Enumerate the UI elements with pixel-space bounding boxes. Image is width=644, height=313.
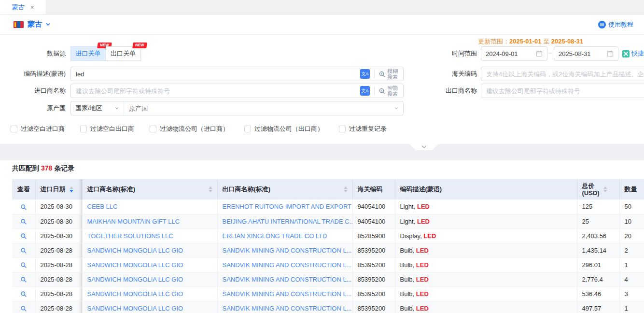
header-importer[interactable]: 进口商名称(标准)	[82, 179, 217, 199]
exporter-link[interactable]: ERENHOT RUITONG IMPORT AND EXPORT ...	[223, 203, 353, 210]
filter-checkbox-row: 过滤空白进口商 过滤空白出口商 过滤物流公司（进口商） 过滤物流公司（出口商） …	[11, 125, 387, 133]
exporter-input[interactable]	[481, 84, 644, 98]
checkbox[interactable]	[80, 126, 87, 132]
smart-search-button[interactable]: 智能搜索	[378, 85, 403, 97]
exporter-link[interactable]: SANDVIK MINING AND CONSTRUCTION L...	[223, 305, 352, 312]
view-record-button[interactable]	[20, 218, 27, 225]
exporter-link[interactable]: SANDVIK MINING AND CONSTRUCTION L...	[223, 247, 352, 254]
result-count-line: 共匹配到378条记录	[12, 164, 644, 173]
checkbox[interactable]	[11, 126, 17, 132]
magnifier-icon	[20, 247, 27, 254]
importer-link[interactable]: CEEB LLC	[87, 203, 118, 210]
code-desc-input[interactable]	[71, 71, 360, 78]
origin-type-select[interactable]: 国家/地区	[71, 101, 124, 115]
translate-icon[interactable]: 文A	[360, 69, 370, 79]
browser-tab-bar: 蒙古 ×	[0, 0, 644, 14]
exporter-link[interactable]: BEIJING AHATU INTERNATIONAL TRADE C...	[223, 218, 353, 225]
import-date-cell: 2025-08-28	[35, 272, 82, 286]
import-date-cell: 2025-08-28	[35, 243, 82, 257]
date-from-input[interactable]: 2024-09-01	[481, 46, 547, 61]
chevron-down-icon[interactable]	[45, 22, 51, 27]
origin-country-input[interactable]	[124, 105, 394, 112]
view-record-button[interactable]	[20, 204, 27, 211]
checkbox[interactable]	[244, 126, 251, 132]
sort-icon[interactable]	[70, 186, 73, 192]
date-range-separator: –	[548, 46, 552, 61]
checkbox-filter-blank-importer[interactable]: 过滤空白进口商	[11, 125, 65, 133]
view-record-button[interactable]	[20, 262, 27, 269]
close-icon[interactable]: ×	[30, 4, 34, 11]
browser-tab-mongolia[interactable]: 蒙古 ×	[0, 0, 46, 14]
hs-code-cell: 85285900	[352, 228, 395, 243]
fuzzy-search-button[interactable]: 模糊搜索	[378, 68, 403, 80]
hs-code-input[interactable]	[481, 67, 644, 81]
exporter-link[interactable]: SANDVIK MINING AND CONSTRUCTION L...	[223, 261, 352, 269]
chevron-down-icon[interactable]	[394, 106, 403, 111]
table-row: 2025-08-30 CEEB LLC ERENHOT RUITONG IMPO…	[12, 199, 644, 214]
checkbox[interactable]	[339, 126, 346, 132]
translate-icon[interactable]: 文A	[360, 86, 370, 96]
header-total-usd[interactable]: 总价(USD)	[577, 179, 619, 199]
tutorial-link[interactable]: 使用教程	[598, 20, 633, 29]
header-import-date[interactable]: 进口日期	[35, 179, 82, 199]
magnifier-icon	[20, 233, 27, 240]
view-record-button[interactable]	[20, 276, 27, 283]
description-cell: Light, LED	[395, 199, 577, 214]
quick-select-button[interactable]: 快捷	[622, 46, 644, 61]
hs-code-cell: 85395200	[352, 286, 395, 301]
collapse-panel-handle[interactable]	[408, 143, 439, 150]
tab-import-declarations[interactable]: 进口关单 NEW	[70, 46, 106, 61]
description-cell: Bulb, LED	[395, 272, 577, 286]
importer-link[interactable]: MAIKHAN MOUNTAIN GIFT LLC	[87, 218, 180, 225]
datasource-tabs: 进口关单 NEW 出口关单 NEW	[70, 46, 141, 61]
checkbox-filter-logistics-exporter[interactable]: 过滤物流公司（出口商）	[244, 125, 323, 133]
date-to-input[interactable]: 2025-08-31	[554, 46, 618, 61]
sort-icon[interactable]	[603, 186, 607, 192]
book-icon	[598, 21, 606, 28]
description-cell: Bulb, LED	[395, 243, 577, 257]
view-record-button[interactable]	[20, 247, 27, 254]
calendar-icon	[536, 50, 543, 57]
table-row: 2025-08-28 SANDWICH MONGOLIA LLC GIO SAN…	[12, 301, 644, 313]
checkbox[interactable]	[150, 126, 156, 132]
hs-code-label: 海关编码	[425, 67, 477, 81]
importer-link[interactable]: SANDWICH MONGOLIA LLC GIO	[87, 261, 183, 269]
checkbox-filter-logistics-importer[interactable]: 过滤物流公司（进口商）	[150, 125, 229, 133]
view-record-button[interactable]	[20, 291, 27, 298]
quantity-cell: 1	[619, 301, 644, 313]
importer-link[interactable]: TOGETHER SOLUTIONS LLC	[87, 232, 173, 240]
chevron-down-icon	[114, 106, 119, 111]
search-filter-panel: 更新范围：2025-01-01 至 2025-08-31 数据源 进口关单 NE…	[0, 35, 644, 144]
description-cell: Bulb, LED	[395, 301, 577, 313]
hs-code-cell: 85395200	[352, 243, 395, 257]
importer-link[interactable]: SANDWICH MONGOLIA LLC GIO	[87, 290, 183, 298]
table-row: 2025-08-30 MAIKHAN MOUNTAIN GIFT LLC BEI…	[12, 214, 644, 228]
quantity-cell: 1	[619, 257, 644, 272]
importer-link[interactable]: SANDWICH MONGOLIA LLC GIO	[87, 247, 183, 254]
total-usd-cell: 1,435.14	[577, 243, 619, 257]
header-exporter[interactable]: 出口商名称(标准)	[217, 179, 352, 199]
results-panel: 共匹配到378条记录 查看 进口日期	[0, 160, 644, 313]
exporter-link[interactable]: ERLIAN XINGLONG TRADE CO LTD	[223, 232, 327, 240]
magnifier-icon	[20, 204, 27, 211]
exporter-link[interactable]: SANDVIK MINING AND CONSTRUCTION L...	[223, 276, 352, 283]
code-desc-field: 文A 模糊搜索	[70, 67, 404, 81]
view-record-button[interactable]	[20, 305, 27, 312]
table-row: 2025-08-28 SANDWICH MONGOLIA LLC GIO SAN…	[12, 272, 644, 286]
table-row: 2025-08-28 SANDWICH MONGOLIA LLC GIO SAN…	[12, 286, 644, 301]
sort-icon[interactable]	[209, 186, 212, 192]
description-cell: Bulb, LED	[395, 286, 577, 301]
tab-export-declarations[interactable]: 出口关单 NEW	[106, 46, 141, 61]
chevron-down-icon	[421, 145, 427, 149]
checkbox-filter-duplicates[interactable]: 过滤重复记录	[339, 125, 387, 133]
sort-icon[interactable]	[344, 186, 348, 192]
header-view: 查看	[12, 179, 35, 199]
import-date-cell: 2025-08-30	[35, 214, 82, 228]
importer-input[interactable]	[71, 87, 360, 95]
exporter-link[interactable]: SANDVIK MINING AND CONSTRUCTION L...	[223, 290, 352, 298]
view-record-button[interactable]	[20, 233, 27, 240]
importer-link[interactable]: SANDWICH MONGOLIA LLC GIO	[87, 305, 183, 312]
checkbox-filter-blank-exporter[interactable]: 过滤空白出口商	[80, 125, 134, 133]
importer-link[interactable]: SANDWICH MONGOLIA LLC GIO	[87, 276, 183, 283]
exporter-label: 出口商名称	[425, 84, 477, 98]
